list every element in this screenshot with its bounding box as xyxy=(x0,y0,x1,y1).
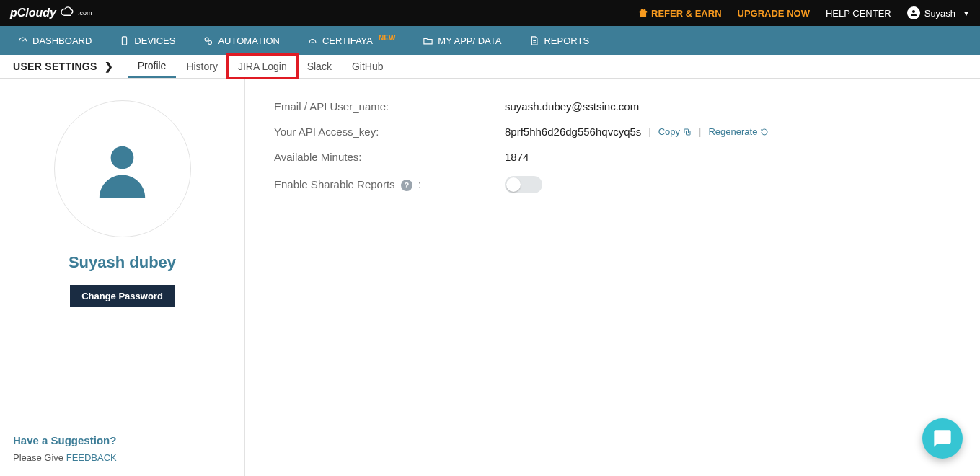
copy-icon xyxy=(683,128,692,136)
label-minutes: Available Minutes: xyxy=(274,151,505,163)
folder-icon xyxy=(423,35,433,46)
toggle-knob xyxy=(506,177,521,192)
suggestion-question: Have a Suggestion? xyxy=(13,434,231,446)
settings-heading: USER SETTINGS xyxy=(13,61,97,72)
tabs-bar: USER SETTINGS ❯ Profile History JIRA Log… xyxy=(0,55,980,79)
regenerate-api-key-link[interactable]: Regenerate xyxy=(708,126,769,137)
profile-details: Email / API User_name: suyash.dubey@ssts… xyxy=(245,79,980,476)
nav-certifaya[interactable]: CERTIFAYA NEW xyxy=(297,26,405,55)
main-nav: DASHBOARD DEVICES AUTOMATION CERTIFAYA N… xyxy=(0,26,980,55)
dashboard-icon xyxy=(17,35,28,46)
profile-sidebar: Suyash dubey Change Password Have a Sugg… xyxy=(0,79,245,476)
nav-automation[interactable]: AUTOMATION xyxy=(193,26,289,55)
label-api-key: Your API Access_key: xyxy=(274,125,505,138)
tab-history[interactable]: History xyxy=(176,55,228,78)
nav-myapp-data[interactable]: MY APP/ DATA xyxy=(412,26,511,55)
copy-api-key-link[interactable]: Copy xyxy=(658,126,692,137)
svg-point-2 xyxy=(206,38,209,41)
value-email: suyash.dubey@sstsinc.com xyxy=(505,100,639,113)
tab-jira-login[interactable]: JIRA Login xyxy=(228,55,297,78)
help-center-link[interactable]: HELP CENTER xyxy=(826,8,891,19)
automation-icon xyxy=(203,35,213,46)
user-menu[interactable]: Suyash ▼ xyxy=(907,6,970,19)
new-badge: NEW xyxy=(379,34,395,42)
tab-profile[interactable]: Profile xyxy=(128,55,177,78)
value-minutes: 1874 xyxy=(505,151,529,163)
tab-github[interactable]: GitHub xyxy=(342,55,394,78)
nav-reports[interactable]: REPORTS xyxy=(518,26,599,55)
label-sharable-reports: Enable Sharable Reports ? : xyxy=(274,178,505,191)
user-avatar-icon xyxy=(907,6,920,19)
svg-point-6 xyxy=(111,146,134,169)
nav-dashboard[interactable]: DASHBOARD xyxy=(7,26,102,55)
tab-slack[interactable]: Slack xyxy=(297,55,342,78)
svg-rect-0 xyxy=(123,36,127,44)
chevron-down-icon: ▼ xyxy=(963,9,970,17)
value-api-key: 8prf5hh6d26dg556hqvcyq5s xyxy=(505,125,641,138)
suggestion-box: Have a Suggestion? Please Give FEEDBACK xyxy=(13,434,231,463)
brand-text: pCloudy xyxy=(10,6,56,19)
reports-icon xyxy=(529,35,539,46)
change-password-button[interactable]: Change Password xyxy=(70,285,175,307)
user-icon xyxy=(88,135,156,203)
label-email: Email / API User_name: xyxy=(274,100,505,113)
avatar xyxy=(54,100,191,237)
chevron-right-icon: ❯ xyxy=(105,61,113,72)
refer-earn-link[interactable]: REFER & EARN xyxy=(638,8,722,19)
upgrade-link[interactable]: UPGRADE NOW xyxy=(738,8,810,19)
chat-icon xyxy=(932,428,953,449)
brand-logo[interactable]: pCloudy .com xyxy=(10,6,92,19)
refresh-icon xyxy=(760,128,769,136)
profile-user-name: Suyash dubey xyxy=(69,253,176,272)
separator: | xyxy=(648,126,650,137)
brand-suffix: .com xyxy=(78,9,92,17)
certifaya-icon xyxy=(307,35,318,46)
suggestion-prefix: Please Give xyxy=(13,452,66,463)
user-name-label: Suyash xyxy=(924,8,955,19)
content-area: Suyash dubey Change Password Have a Sugg… xyxy=(0,79,980,476)
sharable-reports-toggle[interactable] xyxy=(505,176,542,193)
svg-point-3 xyxy=(208,40,212,44)
devices-icon xyxy=(119,35,130,46)
feedback-link[interactable]: FEEDBACK xyxy=(66,452,117,463)
gift-icon xyxy=(638,8,648,18)
top-bar: pCloudy .com REFER & EARN UPGRADE NOW HE… xyxy=(0,0,980,26)
cloud-icon xyxy=(58,6,74,19)
separator: | xyxy=(699,126,701,137)
chat-button[interactable] xyxy=(922,418,963,459)
nav-devices[interactable]: DEVICES xyxy=(109,26,185,55)
help-icon[interactable]: ? xyxy=(401,180,412,191)
